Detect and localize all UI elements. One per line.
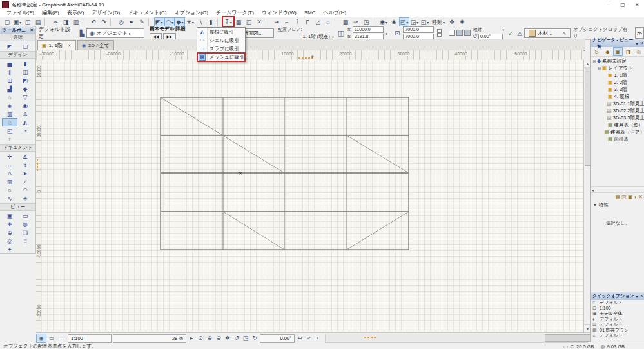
- separator[interactable]: [217, 18, 222, 26]
- section-design[interactable]: デザイン: [0, 51, 35, 59]
- separator[interactable]: [83, 18, 87, 26]
- tree-item-project[interactable]: ⊟ ◆ 名称未設定: [591, 57, 644, 65]
- menu-gravitate-mesh[interactable]: ▦ メッシュに吸引: [197, 53, 245, 61]
- close-button[interactable]: ✕: [630, 1, 644, 9]
- tree-item-layouts[interactable]: ⊟ ▣ レイアウト: [591, 65, 644, 72]
- copy-button[interactable]: ◨: [61, 17, 71, 26]
- rotation-angle-field[interactable]: 0.00°: [260, 334, 295, 343]
- toolbox-header[interactable]: ツールボ... ✕: [0, 26, 35, 34]
- grid-snap-button[interactable]: ▦: [340, 17, 351, 26]
- walk-tool-button[interactable]: ✺: [457, 17, 467, 26]
- separator[interactable]: [148, 18, 153, 26]
- material-button[interactable]: 木材... ✎: [524, 28, 571, 38]
- collapse-icon[interactable]: ▾: [636, 294, 638, 299]
- snap-reference-button[interactable]: ∖: [195, 17, 206, 26]
- zoom-in-button[interactable]: ⊕: [205, 335, 214, 341]
- change-tool[interactable]: ♖: [17, 237, 33, 245]
- tree-item-door-schedule[interactable]: ▦ 建具表（ドア）: [591, 128, 644, 135]
- horizontal-scroll-track[interactable]: [325, 334, 588, 343]
- inject-parameters-button[interactable]: ✎: [137, 17, 147, 26]
- menu-item[interactable]: チームワーク(T): [212, 9, 258, 17]
- drawing-tool[interactable]: ▭: [17, 212, 33, 220]
- menu-item[interactable]: SMC: [300, 9, 320, 17]
- navigator-close-icon[interactable]: ✕: [640, 41, 643, 46]
- arc-tool[interactable]: ◠: [17, 186, 33, 194]
- flip-a-button[interactable]: [456, 30, 463, 36]
- orbit-button[interactable]: ↺: [232, 335, 241, 341]
- marquee-button[interactable]: ◠: [164, 17, 175, 26]
- open-button[interactable]: ▣: [12, 17, 23, 26]
- selection-mode-button[interactable]: ◰: [399, 17, 409, 26]
- coordinates-toggle[interactable]: ↔: [57, 334, 67, 343]
- snap-points-button[interactable]: ✳: [185, 17, 195, 26]
- opening-tool[interactable]: ◰: [2, 126, 17, 135]
- skylight-tool[interactable]: ◩: [17, 76, 33, 85]
- section-view[interactable]: ビュー: [0, 203, 35, 211]
- menu-item[interactable]: 表示(V): [63, 9, 88, 17]
- tree-item-floor1[interactable]: ▣ 1. 1階: [591, 72, 644, 79]
- pick-parameters-button[interactable]: ✒: [126, 17, 137, 26]
- door-tool[interactable]: ◫: [17, 68, 33, 76]
- quick-options-header[interactable]: クイックオプション ▾ ✕: [591, 292, 644, 300]
- expander-icon[interactable]: ⊟: [592, 59, 597, 63]
- section-tool[interactable]: ✚: [2, 220, 17, 228]
- prop-close-button[interactable]: ✕: [638, 194, 643, 200]
- mirror-checkbox[interactable]: [449, 30, 455, 36]
- label-tool[interactable]: ➤: [17, 169, 33, 177]
- zone-tool[interactable]: ◉: [17, 101, 33, 110]
- worksheet-tool[interactable]: ❏: [17, 228, 33, 237]
- layout-book-button[interactable]: ▣: [613, 47, 622, 56]
- rotate-grid-button[interactable]: ◳: [361, 17, 371, 26]
- overflow-chevron[interactable]: ≫: [635, 27, 644, 39]
- roof-tool[interactable]: ◆: [17, 85, 33, 93]
- section-select[interactable]: 選択: [0, 34, 35, 41]
- prop-folder-button[interactable]: ▣: [628, 194, 633, 200]
- resize-button[interactable]: ⌂: [323, 17, 333, 26]
- rotate-view-button[interactable]: ↻: [250, 335, 259, 341]
- section-document[interactable]: ドキュメント: [0, 144, 35, 152]
- lamp-tool[interactable]: ◭: [17, 118, 33, 126]
- tree-item-3d01[interactable]: ▤ 3D-01 1階見上: [591, 100, 644, 107]
- new-button[interactable]: ▢: [2, 17, 12, 26]
- cut-button[interactable]: ✂: [50, 17, 61, 26]
- menu-item[interactable]: ヘルプ(H): [319, 9, 350, 17]
- stair-tool[interactable]: ▟: [2, 85, 17, 93]
- camera-tool[interactable]: ✦: [2, 245, 17, 254]
- tab-3d-all[interactable]: ◉ 3D / 全て: [77, 40, 114, 50]
- redo-button[interactable]: ↷: [99, 17, 109, 26]
- quick-layers-button[interactable]: ❀: [389, 17, 399, 26]
- view-map-button[interactable]: ◨: [624, 47, 633, 56]
- tree-scroll-left-icon[interactable]: ◂: [592, 188, 594, 192]
- save-button[interactable]: ◫: [23, 17, 33, 26]
- zoom-more-icon[interactable]: ▸: [187, 335, 196, 341]
- column-tool[interactable]: ▮: [17, 59, 33, 68]
- tree-horizontal-scrollbar[interactable]: ◂: [591, 186, 644, 193]
- menu-item[interactable]: 編集(E): [38, 9, 63, 17]
- circle-tool[interactable]: ○: [2, 186, 17, 194]
- prop-settings-button[interactable]: ▦: [616, 194, 621, 200]
- select-arrow-tool[interactable]: ◤: [2, 42, 17, 50]
- tree-item-area-schedule[interactable]: ▦ 面積表: [591, 135, 644, 143]
- quick-dimension-style[interactable]: ≡ デフォルト: [591, 333, 644, 339]
- menu-item[interactable]: ウィンドウ(W): [258, 9, 300, 17]
- quick-options-close-icon[interactable]: ✕: [640, 294, 643, 299]
- radial-dimension-tool[interactable]: ↯: [17, 161, 33, 169]
- zoom-history-button[interactable]: ≈: [304, 335, 313, 341]
- clear-snap-button[interactable]: ✕: [254, 17, 264, 26]
- menu-item[interactable]: デザイン(D): [88, 9, 124, 17]
- tracker-toggle[interactable]: ▭: [46, 334, 57, 343]
- maximize-button[interactable]: ▢: [616, 1, 630, 9]
- project-map-button[interactable]: ◆: [603, 47, 612, 56]
- floor-chevron-icon[interactable]: ▸: [333, 34, 335, 39]
- menu-gravitate-shell[interactable]: ◠ シェルに吸引: [197, 36, 245, 45]
- angle-dimension-tool[interactable]: ∡: [17, 152, 33, 161]
- dimension-tool[interactable]: ✛: [2, 152, 17, 161]
- separator[interactable]: [110, 18, 115, 26]
- tree-item-3d02[interactable]: ▤ 3D-02 2階見上: [591, 107, 644, 114]
- undo-button[interactable]: ↶: [88, 17, 99, 26]
- morph-tool[interactable]: ♙: [17, 110, 33, 118]
- figure-tool[interactable]: ▣: [2, 212, 17, 220]
- link-b-button[interactable]: [437, 33, 442, 37]
- tree-item-floor2[interactable]: ▣ 2. 2階: [591, 79, 644, 86]
- view-mode-button[interactable]: ◱: [420, 17, 430, 26]
